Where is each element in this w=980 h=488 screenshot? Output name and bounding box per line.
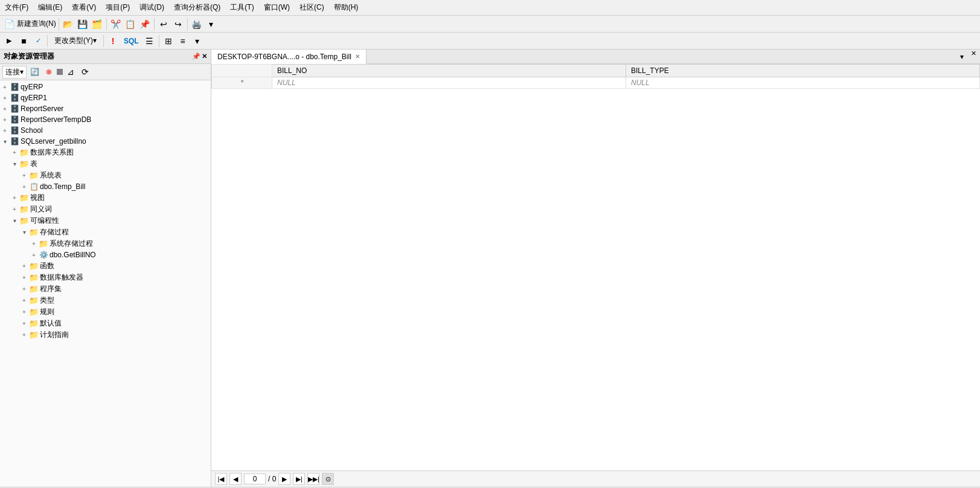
change-type-button[interactable]: 更改类型(Y)▾: [50, 34, 101, 48]
menu-query[interactable]: 查询分析器(Q): [171, 1, 223, 14]
tab-close-all[interactable]: ✕: [967, 50, 980, 63]
main-tab[interactable]: DESKTOP-9T6BGNA....o - dbo.Temp_Bill ✕: [211, 50, 367, 64]
results-text-btn[interactable]: ≡: [176, 34, 190, 48]
tree-item-assemblies[interactable]: +📁程序集: [0, 283, 211, 295]
paste-button[interactable]: 📌: [138, 18, 152, 31]
cell-bill-no[interactable]: NULL: [272, 77, 626, 89]
expand-icon-storedprocs[interactable]: ▾: [19, 228, 29, 237]
exclamation-button[interactable]: !: [106, 34, 120, 48]
tree-item-storedprocs[interactable]: ▾📁存储过程: [0, 226, 211, 238]
results-grid-btn[interactable]: ⊞: [162, 34, 175, 48]
tree-item-qyERP1[interactable]: +🗄️qyERP1: [0, 92, 211, 103]
menu-project[interactable]: 项目(P): [103, 1, 132, 14]
open-button[interactable]: 📂: [62, 18, 75, 31]
expand-icon-views[interactable]: +: [10, 193, 19, 203]
page-number-input[interactable]: [244, 474, 266, 484]
expand-icon-dbo_getbillno[interactable]: +: [29, 250, 39, 260]
tree-item-dbdiagram[interactable]: +📁数据库关系图: [0, 147, 211, 158]
tree-item-triggers[interactable]: +📁数据库触发器: [0, 272, 211, 283]
execute-button[interactable]: ▶: [2, 34, 16, 48]
tree-item-rules[interactable]: +📁规则: [0, 306, 211, 318]
tree-item-School[interactable]: +🗄️School: [0, 125, 211, 136]
expand-icon-sysstoredprocs[interactable]: +: [29, 239, 39, 249]
stop-icon[interactable]: [57, 69, 63, 75]
tree-item-synonyms[interactable]: +📁同义词: [0, 204, 211, 215]
tree-item-defaults[interactable]: +📁默认值: [0, 318, 211, 329]
parse-button[interactable]: ✓: [31, 34, 45, 48]
dropdown-btn-2[interactable]: ▾: [191, 34, 204, 48]
sql-label-btn[interactable]: SQL: [121, 34, 142, 48]
list-button[interactable]: ☰: [143, 34, 156, 48]
tree-item-tables[interactable]: ▾📁表: [0, 158, 211, 170]
expand-icon-dbdiagram[interactable]: +: [10, 148, 19, 158]
next-page-button[interactable]: ▶: [278, 473, 290, 485]
copy-button[interactable]: 📋: [124, 18, 137, 31]
expand-icon-qyERP[interactable]: +: [0, 82, 10, 92]
expand-icon-programmability[interactable]: ▾: [10, 216, 19, 226]
expand-icon-SQLserver_getbillno[interactable]: ▾: [0, 136, 10, 146]
tree-item-ReportServerTempDB[interactable]: +🗄️ReportServerTempDB: [0, 114, 211, 125]
menu-view[interactable]: 查看(V): [69, 1, 98, 14]
expand-icon-functions[interactable]: +: [19, 262, 29, 271]
expand-icon-assemblies[interactable]: +: [19, 284, 29, 294]
menu-help[interactable]: 帮助(H): [331, 1, 361, 14]
menu-community[interactable]: 社区(C): [297, 1, 327, 14]
expand-icon-triggers[interactable]: +: [19, 273, 29, 283]
menu-debug[interactable]: 调试(D): [137, 1, 167, 14]
save-button[interactable]: 💾: [76, 18, 89, 31]
expand-icon-ReportServerTempDB[interactable]: +: [0, 115, 10, 124]
expand-icon-qyERP1[interactable]: +: [0, 93, 10, 103]
expand-icon-ReportServer[interactable]: +: [0, 104, 10, 114]
tree-item-SQLserver_getbillno[interactable]: ▾🗄️SQLserver_getbillno: [0, 136, 211, 147]
tree-item-dbo_getbillno[interactable]: +⚙️dbo.GetBillNO: [0, 249, 211, 260]
new-query-label[interactable]: 新建查询(N): [17, 19, 56, 29]
tree-item-views[interactable]: +📁视图: [0, 192, 211, 204]
expand-icon-planquides[interactable]: +: [19, 330, 29, 340]
menu-tools[interactable]: 工具(T): [228, 1, 256, 14]
stop-button[interactable]: ⏹: [17, 34, 30, 48]
prev-page-button[interactable]: ◀: [229, 473, 242, 485]
menu-window[interactable]: 窗口(W): [261, 1, 292, 14]
undo-button[interactable]: ↩: [157, 18, 170, 31]
first-page-button[interactable]: |◀: [215, 473, 227, 485]
tree-item-types[interactable]: +📁类型: [0, 295, 211, 306]
tab-close-button[interactable]: ✕: [355, 53, 360, 60]
tree-item-planquides[interactable]: +📁计划指南: [0, 329, 211, 341]
expand-icon-School[interactable]: +: [0, 126, 10, 135]
tree-item-programmability[interactable]: ▾📁可编程性: [0, 215, 211, 226]
tree-item-functions[interactable]: +📁函数: [0, 260, 211, 272]
tree-item-qyERP[interactable]: +🗄️qyERP: [0, 82, 211, 92]
refresh-icon[interactable]: 🔄: [28, 65, 41, 79]
new-query-button[interactable]: 📄: [2, 18, 16, 31]
print-button[interactable]: 🖨️: [190, 18, 203, 31]
disconnect-icon[interactable]: ⊗: [42, 65, 56, 79]
redo-button[interactable]: ↪: [171, 18, 185, 31]
expand-icon-types[interactable]: +: [19, 296, 29, 306]
menu-file[interactable]: 文件(F): [2, 1, 31, 14]
stop-nav-button[interactable]: ⊙: [322, 473, 334, 485]
close-panel-icon[interactable]: ✕: [202, 53, 207, 60]
tree-item-ReportServer[interactable]: +🗄️ReportServer: [0, 103, 211, 114]
expand-icon-rules[interactable]: +: [19, 307, 29, 317]
expand-icon-defaults[interactable]: +: [19, 319, 29, 329]
save-all-button[interactable]: 🗂️: [91, 18, 104, 31]
expand-icon-systables[interactable]: +: [19, 171, 29, 181]
tree-label-synonyms: 同义词: [30, 204, 52, 214]
tree-item-systables[interactable]: +📁系统表: [0, 170, 211, 181]
last-page-button[interactable]: ▶|: [293, 473, 305, 485]
filter-icon[interactable]: ⊿: [64, 65, 77, 79]
sync-icon[interactable]: ⟳: [78, 65, 92, 79]
expand-icon-tables[interactable]: ▾: [10, 159, 19, 169]
pin-icon[interactable]: 📌: [192, 53, 200, 60]
tree-item-sysstoredprocs[interactable]: +📁系统存储过程: [0, 238, 211, 249]
menu-edit[interactable]: 编辑(E): [36, 1, 65, 14]
connect-button[interactable]: 连接▾: [2, 66, 27, 79]
cell-bill-type[interactable]: NULL: [626, 77, 980, 89]
tab-dropdown[interactable]: ▾: [956, 50, 967, 63]
execute-nav-button[interactable]: ▶▶|: [307, 473, 319, 485]
expand-icon-synonyms[interactable]: +: [10, 205, 19, 214]
cut-button[interactable]: ✂️: [109, 18, 123, 31]
expand-icon-dbo_temp_bill[interactable]: +: [19, 182, 29, 191]
dropdown-btn[interactable]: ▾: [205, 18, 218, 31]
tree-item-dbo_temp_bill[interactable]: +📋dbo.Temp_Bill: [0, 181, 211, 192]
